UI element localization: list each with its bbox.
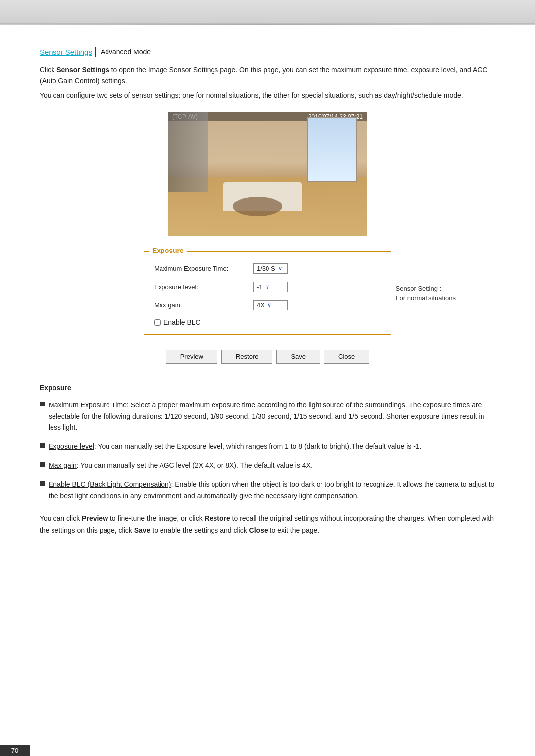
page-wrapper: Sensor Settings Advanced Mode Click Sens… (0, 0, 535, 756)
exposure-level-link[interactable]: Exposure level (49, 442, 94, 450)
max-exposure-time-select[interactable]: 1/30 S ∨ (253, 263, 288, 274)
max-exposure-time-label: Maximum Exposure Time: (154, 265, 253, 272)
max-gain-link[interactable]: Max gain (49, 461, 77, 469)
exposure-level-row: Exposure level: -1 ∨ (154, 278, 381, 296)
bullet-icon (40, 443, 45, 448)
sensor-note: Sensor Setting : For normal situations (396, 283, 456, 302)
exposure-level-arrow: ∨ (266, 284, 269, 290)
section-title: Exposure (40, 384, 495, 392)
content: Sensor Settings Advanced Mode Click Sens… (0, 27, 535, 586)
button-row: Preview Restore Save Close (40, 350, 495, 364)
preview-button[interactable]: Preview (166, 350, 217, 364)
max-gain-row: Max gain: 4X ∨ (154, 296, 381, 314)
page-number-bar: 70 (0, 745, 30, 756)
bullet-text-1: Maximum Exposure Time: Select a proper m… (49, 400, 495, 433)
room-window (307, 117, 357, 182)
bullet-icon (40, 481, 45, 486)
bullet-text-4: Enable BLC (Back Light Compensation): En… (49, 479, 495, 501)
bullet-icon (40, 462, 45, 467)
close-button[interactable]: Close (324, 350, 369, 364)
intro-paragraph-2: You can configure two sets of sensor set… (40, 90, 495, 101)
max-gain-select[interactable]: 4X ∨ (253, 300, 288, 310)
max-exposure-time-link[interactable]: Maximum Exposure Time (49, 401, 127, 409)
intro-paragraph-1: Click Sensor Settings to open the Image … (40, 64, 495, 87)
bullet-icon (40, 402, 45, 406)
enable-blc-link[interactable]: Enable BLC (Back Light Compensation) (49, 480, 171, 488)
divider-top (0, 24, 535, 25)
list-item: Maximum Exposure Time: Select a proper m… (40, 400, 495, 433)
max-gain-value: 4X (257, 302, 265, 309)
restore-button[interactable]: Restore (221, 350, 273, 364)
max-gain-label: Max gain: (154, 302, 253, 309)
camera-feed: (TCP-AV) 2010/07/14 23:07:21 (168, 112, 367, 236)
exposure-level-select[interactable]: -1 ∨ (253, 282, 288, 292)
exposure-level-label: Exposure level: (154, 283, 253, 291)
enable-blc-row: Enable BLC (154, 314, 381, 326)
exposure-level-value: -1 (257, 283, 263, 291)
breadcrumb: Sensor Settings Advanced Mode (40, 47, 495, 57)
bullet-list: Maximum Exposure Time: Select a proper m… (40, 400, 495, 501)
closing-paragraph: You can click Preview to fine-tune the i… (40, 513, 495, 537)
bullet-text-3: Max gain: You can manually set the AGC l… (49, 460, 495, 471)
room-wall-left (168, 112, 208, 192)
exposure-panel-wrapper: Exposure Maximum Exposure Time: 1/30 S ∨… (40, 251, 495, 335)
page-number: 70 (11, 747, 18, 754)
max-exposure-time-value: 1/30 S (257, 265, 275, 272)
camera-image-container: (TCP-AV) 2010/07/14 23:07:21 (40, 112, 495, 236)
list-item: Enable BLC (Back Light Compensation): En… (40, 479, 495, 501)
list-item: Max gain: You can manually set the AGC l… (40, 460, 495, 471)
save-button[interactable]: Save (276, 350, 320, 364)
max-exposure-time-row: Maximum Exposure Time: 1/30 S ∨ (154, 259, 381, 278)
sensor-note-line2: For normal situations (396, 293, 456, 303)
sensor-settings-link[interactable]: Sensor Settings (40, 48, 92, 56)
room-table (233, 197, 282, 216)
exposure-title: Exposure (149, 247, 187, 254)
bullet-text-2: Exposure level: You can manually set the… (49, 441, 495, 452)
enable-blc-checkbox[interactable] (154, 319, 160, 326)
max-exposure-time-arrow: ∨ (278, 265, 282, 272)
header-area (0, 0, 535, 24)
enable-blc-label: Enable BLC (163, 318, 201, 326)
advanced-mode-badge[interactable]: Advanced Mode (95, 47, 156, 57)
exposure-box: Exposure Maximum Exposure Time: 1/30 S ∨… (144, 251, 391, 335)
max-gain-arrow: ∨ (268, 302, 271, 308)
list-item: Exposure level: You can manually set the… (40, 441, 495, 452)
sensor-note-line1: Sensor Setting : (396, 283, 456, 293)
